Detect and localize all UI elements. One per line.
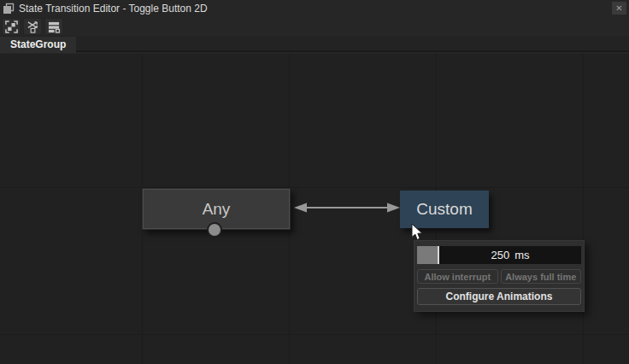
state-node-label: Any (203, 200, 231, 219)
always-full-time-button[interactable]: Always full time (501, 269, 582, 284)
graph-canvas[interactable]: Any Custom 250 ms (0, 54, 629, 364)
transition-arrow[interactable] (293, 201, 401, 214)
duration-unit: ms (514, 249, 529, 261)
close-button[interactable]: ✕ (612, 2, 626, 15)
state-node-label: Custom (416, 200, 472, 219)
window-icon (3, 3, 15, 15)
transition-panel: 250 ms Allow interrupt Always full time … (414, 240, 585, 312)
titlebar[interactable]: State Transition Editor - Toggle Button … (0, 0, 629, 17)
duration-field[interactable]: 250 ms (439, 246, 581, 264)
interrupt-options-row: Allow interrupt Always full time (417, 269, 581, 284)
duration-drag-handle[interactable] (417, 246, 438, 264)
connector-handle[interactable] (207, 222, 222, 238)
state-node-custom[interactable]: Custom (400, 191, 489, 228)
frame-all-icon (5, 21, 18, 33)
window-title: State Transition Editor - Toggle Button … (19, 3, 208, 15)
configure-animations-button[interactable]: Configure Animations (417, 288, 581, 305)
state-groups-icon (48, 21, 61, 33)
duration-value: 250 (491, 249, 509, 261)
tab-strip: StateGroup (0, 36, 629, 52)
state-groups-button[interactable] (44, 18, 63, 35)
duration-row: 250 ms (417, 246, 581, 264)
auto-arrange-button[interactable] (23, 18, 42, 35)
frame-all-button[interactable] (2, 18, 21, 35)
tab-stategroup[interactable]: StateGroup (0, 37, 76, 53)
tab-label: StateGroup (10, 38, 66, 50)
toolbar (0, 17, 629, 36)
state-transition-editor-window: State Transition Editor - Toggle Button … (0, 0, 629, 364)
auto-arrange-icon (26, 21, 39, 33)
allow-interrupt-button[interactable]: Allow interrupt (417, 269, 498, 284)
close-icon: ✕ (615, 3, 622, 13)
